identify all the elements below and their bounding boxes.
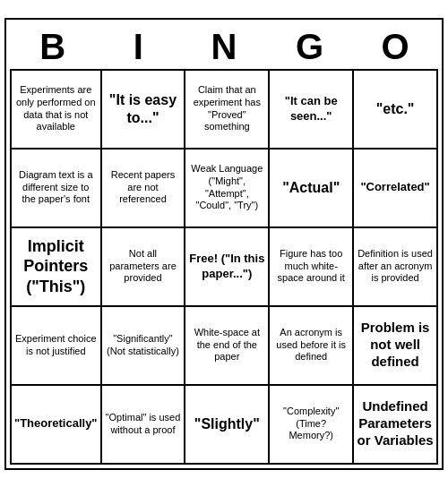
bingo-cell-18[interactable]: An acronym is used before it is defined (270, 307, 354, 386)
bingo-cell-9[interactable]: "Correlated" (354, 150, 438, 228)
header-letter-n: N (184, 27, 264, 67)
bingo-cell-24[interactable]: Undefined Parameters or Variables (354, 386, 438, 465)
bingo-cell-22[interactable]: "Slightly" (185, 386, 270, 465)
bingo-cell-20[interactable]: "Theoretically" (12, 386, 102, 465)
cell-text-17: White-space at the end of the paper (188, 327, 265, 363)
cell-text-5: Diagram text is a different size to the … (14, 169, 98, 206)
header-letter-g: G (270, 27, 350, 67)
bingo-cell-0[interactable]: Experiments are only performed on data t… (12, 71, 102, 150)
cell-text-3: "It can be seen..." (272, 94, 349, 124)
cell-text-21: "Optimal" is used without a proof (105, 412, 182, 437)
bingo-cell-11[interactable]: Not all parameters are provided (102, 228, 186, 307)
bingo-cell-2[interactable]: Claim that an experiment has "Proved" so… (185, 71, 270, 150)
cell-text-22: "Slightly" (194, 415, 260, 433)
bingo-cell-12[interactable]: Free! ("In this paper...") (185, 228, 270, 307)
bingo-cell-10[interactable]: Implicit Pointers ("This") (12, 228, 102, 307)
header-letter-o: O (355, 27, 435, 67)
cell-text-19: Problem is not well defined (357, 320, 434, 370)
bingo-cell-13[interactable]: Figure has too much white-space around i… (270, 228, 354, 307)
bingo-cell-23[interactable]: "Complexity" (Time? Memory?) (270, 386, 354, 465)
bingo-cell-16[interactable]: "Significantly" (Not statistically) (102, 307, 186, 386)
cell-text-16: "Significantly" (Not statistically) (105, 333, 182, 358)
cell-text-10: Implicit Pointers ("This") (14, 236, 98, 297)
bingo-cell-14[interactable]: Definition is used after an acronym is p… (354, 228, 438, 307)
cell-text-15: Experiment choice is not justified (14, 333, 98, 358)
bingo-header: BINGO (10, 23, 438, 69)
cell-text-24: Undefined Parameters or Variables (357, 398, 434, 449)
cell-text-14: Definition is used after an acronym is p… (357, 248, 434, 285)
cell-text-4: "etc." (376, 100, 415, 118)
header-letter-b: B (13, 27, 93, 67)
bingo-card: BINGO Experiments are only performed on … (4, 18, 444, 470)
bingo-cell-1[interactable]: "It is easy to..." (102, 71, 186, 150)
cell-text-1: "It is easy to..." (105, 91, 182, 127)
bingo-cell-17[interactable]: White-space at the end of the paper (185, 307, 270, 386)
cell-text-12: Free! ("In this paper...") (188, 252, 265, 281)
bingo-grid: Experiments are only performed on data t… (10, 69, 438, 465)
header-letter-i: I (98, 27, 178, 67)
cell-text-11: Not all parameters are provided (105, 248, 182, 285)
bingo-cell-5[interactable]: Diagram text is a different size to the … (12, 150, 102, 228)
cell-text-8: "Actual" (282, 179, 340, 197)
cell-text-13: Figure has too much white-space around i… (272, 248, 349, 285)
bingo-cell-19[interactable]: Problem is not well defined (354, 307, 438, 386)
bingo-cell-6[interactable]: Recent papers are not referenced (102, 150, 186, 228)
cell-text-7: Weak Language ("Might", "Attempt", "Coul… (188, 163, 265, 212)
bingo-cell-15[interactable]: Experiment choice is not justified (12, 307, 102, 386)
cell-text-23: "Complexity" (Time? Memory?) (272, 406, 349, 442)
bingo-cell-7[interactable]: Weak Language ("Might", "Attempt", "Coul… (185, 150, 270, 228)
cell-text-20: "Theoretically" (14, 416, 98, 431)
bingo-cell-8[interactable]: "Actual" (270, 150, 354, 228)
bingo-cell-3[interactable]: "It can be seen..." (270, 71, 354, 150)
cell-text-6: Recent papers are not referenced (105, 169, 182, 206)
cell-text-2: Claim that an experiment has "Proved" so… (188, 84, 265, 133)
cell-text-18: An acronym is used before it is defined (272, 327, 349, 363)
bingo-cell-21[interactable]: "Optimal" is used without a proof (102, 386, 186, 465)
bingo-cell-4[interactable]: "etc." (354, 71, 438, 150)
cell-text-0: Experiments are only performed on data t… (14, 84, 98, 133)
cell-text-9: "Correlated" (360, 180, 429, 194)
